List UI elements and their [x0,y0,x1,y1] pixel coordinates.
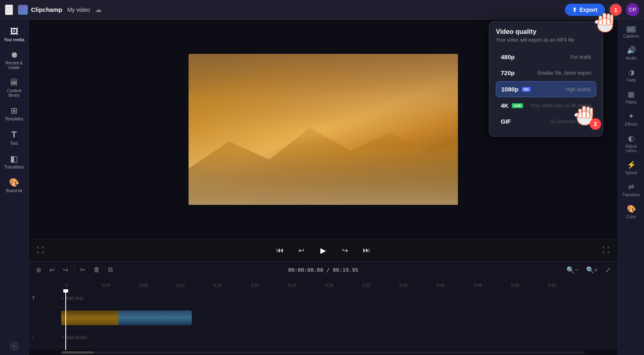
text-icon: T [11,129,17,140]
timeline-area: ⊕ ↩ ↪ ✂ 🗑 ⧉ 00:00:00.00 / 00:19.95 🔍− 🔍+… [29,261,618,355]
play-button[interactable]: ▶ [316,243,331,258]
timeline-undo-button[interactable]: ↩ [47,265,57,275]
app-name: Clipchamp [31,6,62,13]
sidebar-item-brand-kit[interactable]: 🎨 Brand kit [2,174,27,196]
time-display: 00:00:00.00 / 00:19.95 [288,267,358,273]
menu-button[interactable]: ☰ [5,4,13,15]
ruler-mark-12: 0:48 [511,283,548,289]
color-icon: 🎨 [627,204,636,213]
speed-icon: ⚡ [627,160,636,169]
add-text-button[interactable]: + Add text [61,295,83,301]
quality-desc-720p: Smaller file, faster export [537,70,591,76]
timeline-scrollbar[interactable] [29,350,618,355]
crop-button[interactable]: ⛶ [37,246,44,255]
quality-desc-4k: Your video has no 4K media [530,103,591,109]
quality-name-1080p: 1080p [501,86,519,93]
sidebar-item-text[interactable]: T Text [2,126,27,149]
playhead-head [63,289,68,293]
fullscreen-button[interactable]: ⛶ [602,246,610,255]
quality-name-480p: 480p [501,53,515,60]
skip-back-button[interactable]: ⏮ [273,244,287,256]
sidebar-right-audio[interactable]: 🔊 Audio [620,42,643,64]
video-frame [189,54,458,205]
quality-left-4k: 4K UHD [501,102,523,109]
export-button[interactable]: ⬆ Export [565,4,605,16]
playhead [65,289,66,350]
effects-label: Effects [625,122,637,126]
ruler-mark-2: 0:08 [140,283,177,289]
dropdown-title: Video quality [496,28,596,36]
rewind-button[interactable]: ↩ [295,244,308,257]
sidebar-item-templates[interactable]: ⊞ Templates [2,102,27,124]
audio-track-label: ♪ [32,335,34,340]
ruler-mark-8: 0:32 [362,283,400,289]
text-track-icon: T [32,295,35,301]
timeline-delete-button[interactable]: 🗑 [91,265,102,275]
transition-label: Transition [622,193,640,197]
audio-track-row: ♪ + Add audio [29,328,618,346]
sidebar-right-fade[interactable]: ◑ Fade [620,64,643,86]
ruler-mark-11: 0:44 [474,283,511,289]
sidebar-right-speed[interactable]: ⚡ Speed [620,157,643,178]
sidebar-item-label: Your media [4,38,24,42]
zoom-out-button[interactable]: 🔍− [564,265,581,275]
forward-button[interactable]: ↪ [339,244,351,257]
sidebar-item-record-create[interactable]: ⏺ Record & create [2,47,27,73]
effects-icon: ✦ [628,112,634,121]
timeline-magnet-button[interactable]: ⊕ [33,265,44,275]
sidebar-item-transitions[interactable]: ◧ Transitions [2,151,27,173]
zoom-in-button[interactable]: 🔍+ [584,265,600,275]
toolbar-divider [74,266,74,274]
video-clip-group[interactable] [61,311,192,325]
video-clip-2[interactable] [118,311,192,325]
quality-option-gif[interactable]: GIF 15 seconds or less [496,114,596,129]
avatar[interactable]: CP [626,3,639,16]
skip-forward-button[interactable]: ⏭ [360,244,373,256]
sidebar-item-label: Text [10,141,18,146]
record-icon: ⏺ [10,50,18,60]
quality-name-720p: 720p [501,69,515,76]
video-track-row [29,307,618,328]
quality-desc-gif: 15 seconds or less [551,119,591,124]
quality-option-480p[interactable]: 480p For drafts [496,49,596,64]
sidebar-item-your-media[interactable]: 🖼 Your media [2,24,27,45]
quality-option-1080p[interactable]: 1080p HD High quality [496,81,596,97]
quality-name-gif: GIF [501,118,511,125]
project-name[interactable]: My video [67,7,90,13]
logo-area: Clipchamp [18,5,62,15]
video-clip-1[interactable] [61,311,118,325]
topbar-right: ⬆ Export ? CP [565,3,639,16]
quality-option-4k[interactable]: 4K UHD Your video has no 4K media [496,98,596,113]
sidebar-item-content-library[interactable]: 🏛 Content library [2,75,27,101]
sidebar-right-transition[interactable]: ⇌ Transition [620,179,643,200]
captions-icon: CC [626,26,636,33]
timeline-cut-button[interactable]: ✂ [78,265,88,275]
sidebar-right-effects[interactable]: ✦ Effects [620,109,643,130]
filters-icon: ▦ [628,90,635,99]
timeline-ruler: 0 0:04 0:08 0:12 0:16 0:20 0:24 0:28 0:3… [29,278,618,289]
sidebar-collapse-button[interactable]: › [9,341,19,351]
export-arrow-icon: ⬆ [572,7,577,13]
sidebar-right-filters[interactable]: ▦ Filters [620,87,643,108]
fit-timeline-button[interactable]: ⤢ [603,265,613,275]
adjust-colors-label: Adjust colors [621,144,642,153]
help-button[interactable]: ? [609,3,622,16]
sidebar-right-color[interactable]: 🎨 Color [620,201,643,222]
timeline-redo-button[interactable]: ↪ [60,265,71,275]
quality-desc-1080p: High quality [565,87,591,92]
quality-option-720p[interactable]: 720p Smaller file, faster export [496,65,596,80]
video-controls: ⛶ ⏮ ↩ ▶ ↪ ⏭ ⛶ [29,239,618,261]
quality-desc-480p: For drafts [571,54,591,60]
ruler-mark-7: 0:28 [325,283,362,289]
ruler-mark-6: 0:24 [288,283,325,289]
fade-icon: ◑ [628,68,635,77]
timeline-tracks: T + Add text ♪ + Add audio [29,289,618,350]
sidebar-right-captions[interactable]: CC Captions [620,23,643,42]
fog-overlay [189,144,458,205]
timeline-duplicate-button[interactable]: ⧉ [106,265,115,275]
ruler-mark-0: 0 [65,283,102,289]
sidebar-right-adjust-colors[interactable]: ◐ Adjust colors [620,131,643,156]
filters-label: Filters [626,100,637,104]
scrollbar-track [61,351,585,354]
scrollbar-thumb[interactable] [61,351,94,354]
